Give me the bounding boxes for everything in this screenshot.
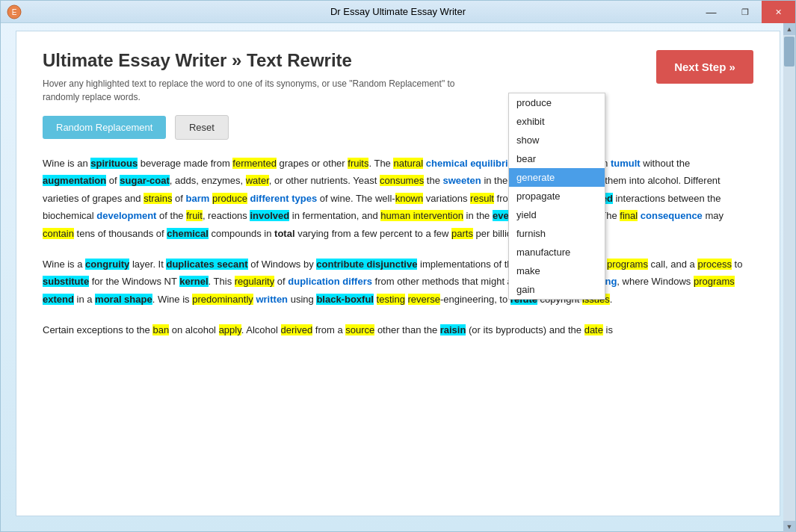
dropdown-item-yield[interactable]: yield	[509, 205, 605, 224]
page-subtitle: Hover any highlighted text to replace th…	[43, 77, 491, 104]
dropdown-item-manufacture[interactable]: manufacture	[509, 243, 605, 262]
dropdown-item-generate[interactable]: generate	[509, 168, 605, 187]
word-ents: ents	[330, 175, 348, 186]
word-consequence[interactable]: consequence	[641, 210, 703, 221]
word-known[interactable]: known	[395, 193, 424, 204]
dropdown-item-show[interactable]: show	[509, 131, 605, 149]
word-reverse[interactable]: reverse	[408, 294, 440, 305]
word-date[interactable]: date	[584, 324, 603, 335]
button-row: Random Replacement Reset	[43, 115, 753, 140]
essay-text: Wine is an spirituous beverage made from…	[43, 155, 753, 339]
main-content: Ultimate Essay Writer » Text Rewrite Hov…	[16, 31, 780, 516]
random-replacement-button[interactable]: Random Replacement	[43, 116, 166, 139]
word-sugar-coat[interactable]: sugar-coat	[120, 175, 169, 186]
word-apply[interactable]: apply	[219, 324, 241, 335]
scroll-up-arrow[interactable]: ▲	[783, 23, 795, 35]
window-title: Dr Essay Ultimate Essay Writer	[330, 6, 466, 17]
word-result[interactable]: result	[470, 193, 494, 204]
word-strains[interactable]: strains	[144, 193, 172, 204]
next-step-button[interactable]: Next Step »	[656, 50, 753, 84]
word-consumes[interactable]: consumes	[380, 175, 424, 186]
word-involved[interactable]: involved	[250, 210, 289, 221]
word-natural[interactable]: natural	[393, 158, 423, 169]
word-black-boxful[interactable]: black-boxful	[316, 294, 374, 305]
word-tumult[interactable]: tumult	[611, 158, 641, 169]
word-fruit[interactable]: fruit	[186, 210, 203, 221]
word-moral-shape[interactable]: moral shape	[95, 294, 152, 305]
scroll-thumb[interactable]	[784, 37, 795, 66]
word-chemical[interactable]: chemical	[426, 158, 468, 169]
synonym-dropdown: produce exhibit show bear generate propa…	[508, 93, 605, 300]
word-parts[interactable]: parts	[451, 228, 473, 239]
reset-button[interactable]: Reset	[175, 115, 229, 140]
window-chrome: E Dr Essay Ultimate Essay Writer — ❐ ✕ ▲…	[0, 0, 796, 532]
dropdown-item-exhibit[interactable]: exhibit	[509, 112, 605, 131]
restore-button[interactable]: ❐	[728, 1, 762, 23]
word-raisin[interactable]: raisin	[440, 324, 466, 335]
dropdown-item-furnish[interactable]: furnish	[509, 224, 605, 243]
word-augmentation[interactable]: augmentation	[43, 175, 106, 186]
word-testing[interactable]: testing	[377, 294, 405, 305]
word-final[interactable]: final	[620, 210, 638, 221]
word-predominantly[interactable]: predominantly	[192, 294, 253, 305]
word-substitute[interactable]: substitute	[43, 276, 89, 287]
word-total[interactable]: total	[274, 228, 294, 239]
word-regularity[interactable]: regularity	[235, 276, 274, 287]
dropdown-item-make[interactable]: make	[509, 262, 605, 280]
essay-paragraph-2: Wine is a congruity layer. It duplicates…	[43, 256, 753, 308]
header-area: Ultimate Essay Writer » Text Rewrite Hov…	[43, 50, 753, 104]
word-fruits[interactable]: fruits	[348, 158, 368, 169]
word-source[interactable]: source	[345, 324, 374, 335]
word-programs2[interactable]: programs	[694, 276, 735, 287]
window-controls: — ❐ ✕	[694, 1, 795, 23]
word-programs[interactable]: programs	[607, 259, 648, 270]
dropdown-item-bear[interactable]: bear	[509, 149, 605, 168]
word-development[interactable]: development	[96, 210, 156, 221]
word-chemical-compounds[interactable]: chemical	[167, 228, 209, 239]
scroll-down-arrow[interactable]: ▼	[783, 521, 795, 532]
word-fermented[interactable]: fermented	[232, 158, 277, 169]
word-congruity[interactable]: congruity	[85, 259, 129, 270]
word-human-intervention[interactable]: human intervention	[380, 210, 463, 221]
dropdown-item-propagate[interactable]: propagate	[509, 187, 605, 205]
word-water[interactable]: water	[246, 175, 269, 186]
word-contain[interactable]: contain	[43, 228, 74, 239]
dropdown-menu: produce exhibit show bear generate propa…	[508, 93, 605, 300]
svg-text:E: E	[12, 8, 17, 16]
word-produce[interactable]: produce	[212, 193, 247, 204]
dropdown-item-gain[interactable]: gain	[509, 280, 605, 299]
app-icon: E	[7, 4, 22, 19]
word-ban[interactable]: ban	[152, 324, 169, 335]
minimize-button[interactable]: —	[694, 1, 728, 23]
essay-paragraph-1: Wine is an spirituous beverage made from…	[43, 155, 753, 242]
word-duplicates-secant[interactable]: duplicates secant	[166, 259, 247, 270]
word-process[interactable]: process	[697, 259, 732, 270]
title-bar: E Dr Essay Ultimate Essay Writer — ❐ ✕	[1, 1, 795, 23]
word-barm[interactable]: barm	[186, 193, 210, 204]
word-derived[interactable]: derived	[281, 324, 313, 335]
close-button[interactable]: ✕	[762, 1, 795, 23]
dropdown-item-produce[interactable]: produce	[509, 93, 605, 112]
essay-paragraph-3: Certain exceptions to the ban on alcohol…	[43, 321, 753, 338]
word-spirituous[interactable]: spirituous	[90, 158, 138, 169]
word-contribute-disjunctive[interactable]: contribute disjunctive	[316, 259, 417, 270]
word-sweeten[interactable]: sweeten	[442, 175, 481, 186]
page-title: Ultimate Essay Writer » Text Rewrite	[43, 50, 491, 71]
word-kernel[interactable]: kernel	[179, 276, 208, 287]
word-different-types[interactable]: different types	[250, 193, 318, 204]
scrollbar-right: ▲ ▼	[783, 23, 795, 532]
word-compounds: compounds	[212, 228, 262, 239]
word-written[interactable]: written	[256, 294, 288, 305]
word-extend[interactable]: extend	[43, 294, 74, 305]
word-duplication-differs[interactable]: duplication differs	[288, 276, 372, 287]
header-text-block: Ultimate Essay Writer » Text Rewrite Hov…	[43, 50, 491, 104]
